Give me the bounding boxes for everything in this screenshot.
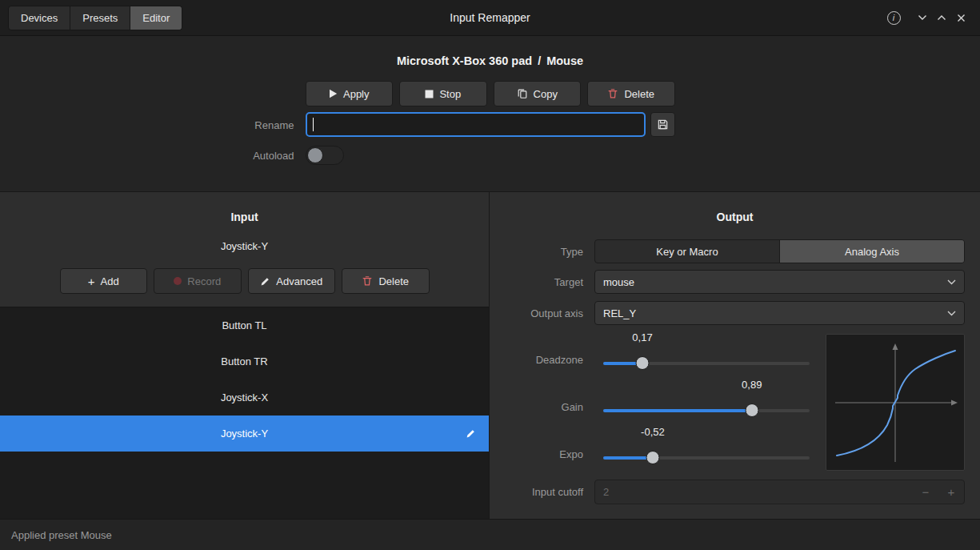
input-cutoff-label: Input cutoff (490, 486, 594, 498)
editor-panels: Input Joystick-Y + Add Record Advanced (0, 192, 980, 519)
list-item-joystick-y[interactable]: Joystick-Y (0, 416, 489, 452)
sliders-column: Deadzone 0,17 Gain 0,89 (490, 327, 826, 471)
preset-action-row: Apply Stop Copy Delete (306, 81, 675, 106)
response-curve-graph (826, 334, 965, 471)
view-tab-group: Devices Presets Editor (8, 6, 182, 30)
breadcrumb: Microsoft X-Box 360 pad/Mouse (0, 36, 980, 67)
chevron-down-icon (947, 279, 956, 285)
tab-presets[interactable]: Presets (70, 6, 130, 30)
rename-input[interactable] (306, 112, 646, 137)
close-icon (957, 14, 966, 22)
close-button[interactable] (951, 8, 970, 27)
slider-track[interactable] (603, 409, 810, 412)
input-panel-title: Input (0, 192, 489, 223)
output-axis-dropdown-value: REL_Y (603, 307, 947, 319)
chevron-up-icon (937, 14, 946, 21)
record-button-label: Record (187, 275, 221, 287)
text-caret (313, 118, 314, 131)
advanced-button-label: Advanced (276, 275, 322, 287)
slider-track[interactable] (603, 456, 810, 460)
input-panel: Input Joystick-Y + Add Record Advanced (0, 192, 490, 519)
output-axis-row: Output axis REL_Y (490, 301, 980, 325)
slider-fill (603, 409, 752, 412)
save-rename-button[interactable] (650, 112, 675, 137)
type-option-key-or-macro[interactable]: Key or Macro (595, 240, 779, 263)
delete-input-button[interactable]: Delete (342, 268, 430, 294)
copy-icon (517, 88, 528, 99)
slider-handle[interactable] (636, 356, 650, 370)
input-cutoff-row: Input cutoff 2 − + (490, 480, 980, 504)
autoload-toggle[interactable] (306, 146, 344, 165)
record-button[interactable]: Record (154, 268, 242, 294)
spin-decrement-button[interactable]: − (913, 485, 938, 499)
titlebar: Devices Presets Editor Input Remapper i (0, 0, 980, 36)
trash-icon (607, 88, 618, 99)
tab-editor[interactable]: Editor (130, 6, 182, 30)
input-action-row: + Add Record Advanced Delete (60, 268, 430, 294)
target-label: Target (490, 276, 594, 288)
status-message: Applied preset Mouse (11, 529, 112, 541)
info-icon: i (887, 11, 901, 25)
list-item-label: Joystick-Y (221, 428, 268, 440)
rename-entry-wrap (306, 112, 646, 137)
slider-handle[interactable] (646, 451, 659, 464)
slider-track[interactable] (603, 362, 810, 365)
target-row: Target mouse (490, 270, 980, 294)
preset-header-section: Microsoft X-Box 360 pad/Mouse Apply Stop… (0, 36, 980, 192)
delete-preset-button[interactable]: Delete (587, 81, 675, 106)
apply-button[interactable]: Apply (306, 81, 394, 106)
slider-handle[interactable] (745, 403, 758, 417)
record-dot-icon (174, 277, 182, 285)
breadcrumb-separator: / (538, 54, 541, 67)
output-panel: Output Type Key or Macro Analog Axis Tar… (490, 192, 980, 519)
type-label: Type (490, 246, 594, 258)
add-button[interactable]: + Add (60, 268, 148, 294)
delete-input-button-label: Delete (378, 275, 409, 287)
list-item-joystick-x[interactable]: Joystick-X (0, 379, 489, 416)
type-row: Type Key or Macro Analog Axis (490, 239, 980, 263)
type-option-analog-axis[interactable]: Analog Axis (779, 240, 964, 263)
list-item-label: Joystick-X (221, 391, 268, 403)
info-button[interactable]: i (884, 8, 903, 27)
list-item-button-tl[interactable]: Button TL (0, 307, 489, 343)
copy-button-label: Copy (534, 88, 558, 100)
preset-name: Mouse (546, 54, 583, 67)
floppy-icon (657, 118, 669, 130)
stop-icon (425, 90, 434, 98)
autoload-label: Autoload (253, 150, 294, 162)
autoload-toggle-knob (307, 147, 323, 163)
deadzone-slider[interactable]: 0,17 (603, 327, 810, 375)
axis-tuning-section: Deadzone 0,17 Gain 0,89 (490, 327, 980, 471)
expo-slider-row: Expo -0,52 (490, 422, 826, 469)
advanced-button[interactable]: Advanced (248, 268, 336, 294)
stop-button-label: Stop (439, 88, 461, 100)
current-input-name: Joystick-Y (0, 240, 489, 253)
delete-preset-button-label: Delete (624, 88, 654, 100)
expo-slider[interactable]: -0,52 (603, 422, 810, 469)
copy-button[interactable]: Copy (494, 81, 582, 106)
deadzone-value: 0,17 (632, 331, 652, 343)
deadzone-slider-row: Deadzone 0,17 (490, 327, 826, 375)
device-name: Microsoft X-Box 360 pad (397, 54, 532, 67)
chevron-down-icon (918, 14, 927, 21)
maximize-button[interactable] (932, 8, 951, 27)
chevron-down-icon (947, 311, 956, 316)
minimize-button[interactable] (913, 8, 932, 27)
list-item-button-tr[interactable]: Button TR (0, 343, 489, 379)
pencil-icon[interactable] (466, 428, 476, 439)
stop-button[interactable]: Stop (399, 81, 487, 106)
type-segmented-control: Key or Macro Analog Axis (594, 239, 965, 263)
input-cutoff-spinbox[interactable]: 2 − + (594, 480, 965, 504)
input-list: Button TL Button TR Joystick-X Joystick-… (0, 307, 489, 519)
gain-slider[interactable]: 0,89 (603, 375, 810, 422)
gain-value: 0,89 (742, 379, 762, 391)
target-dropdown-value: mouse (603, 276, 947, 288)
window-controls: i (884, 8, 970, 27)
output-axis-dropdown[interactable]: REL_Y (594, 301, 965, 325)
tab-devices[interactable]: Devices (8, 6, 70, 30)
input-cutoff-value: 2 (603, 486, 913, 498)
rename-row: Rename (306, 112, 675, 137)
target-dropdown[interactable]: mouse (594, 270, 965, 294)
expo-value: -0,52 (641, 426, 665, 438)
spin-increment-button[interactable]: + (938, 485, 964, 499)
